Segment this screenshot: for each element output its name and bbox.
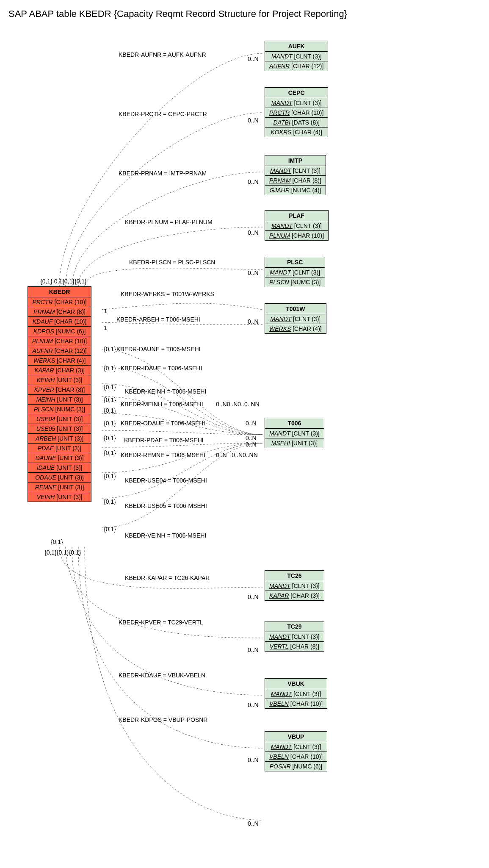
entity-field: PDAE [UNIT (3)] bbox=[28, 444, 91, 453]
dst-cardinality: 0..N bbox=[246, 420, 257, 427]
entity-field: USE04 [UNIT (3)] bbox=[28, 414, 91, 424]
entity-field: PLNUM [CHAR (10)] bbox=[265, 231, 328, 240]
dst-cardinality: 0..N bbox=[248, 117, 259, 124]
rel-label: KBEDR-IDAUE = T006-MSEHI bbox=[121, 365, 202, 372]
entity-cepc: CEPCMANDT [CLNT (3)]PRCTR [CHAR (10)]DAT… bbox=[265, 87, 328, 137]
src-cardinality-cluster: {0,1}{0,1}{0,1} bbox=[44, 549, 81, 556]
rel-label: KBEDR-ODAUE = T006-MSEHI bbox=[121, 420, 205, 427]
entity-field: PRCTR [CHAR (10)] bbox=[265, 108, 328, 118]
entity-field: MANDT [CLNT (3)] bbox=[265, 632, 324, 642]
entity-field: MSEHI [UNIT (3)] bbox=[265, 438, 324, 448]
entity-field: DAUNE [UNIT (3)] bbox=[28, 453, 91, 463]
dst-cardinality: 0..N0..N0..0..NN bbox=[216, 401, 260, 408]
entity-field: KOKRS [CHAR (4)] bbox=[265, 128, 328, 137]
src-cardinality: {0,1} bbox=[104, 473, 116, 480]
er-diagram: KBEDRPRCTR [CHAR (10)]PRNAM [CHAR (8)]KD… bbox=[8, 28, 481, 867]
src-cardinality: 1 bbox=[104, 324, 107, 331]
entity-field: VBELN [CHAR (10)] bbox=[265, 699, 327, 708]
entity-field: VERTL [CHAR (8)] bbox=[265, 642, 324, 651]
rel-label: KBEDR-ARBEH = T006-MSEHI bbox=[116, 316, 200, 323]
dst-cardinality: 0..N bbox=[248, 178, 259, 185]
entity-field: MANDT [CLNT (3)] bbox=[265, 98, 328, 108]
rel-label: KBEDR-PLSCN = PLSC-PLSCN bbox=[129, 259, 215, 266]
entity-header: PLSC bbox=[265, 257, 325, 268]
entity-plaf: PLAFMANDT [CLNT (3)]PLNUM [CHAR (10)] bbox=[265, 210, 329, 241]
entity-field: MANDT [CLNT (3)] bbox=[265, 429, 324, 438]
entity-field: PRNAM [CHAR (8)] bbox=[28, 307, 91, 317]
src-cardinality: 1 bbox=[104, 308, 107, 314]
entity-field: MEINH [UNIT (3)] bbox=[28, 395, 91, 405]
entity-header: T001W bbox=[265, 304, 326, 314]
entity-field: ODAUE [UNIT (3)] bbox=[28, 473, 91, 483]
entity-field: KDAUF [CHAR (10)] bbox=[28, 317, 91, 327]
entity-field: MANDT [CLNT (3)] bbox=[265, 314, 326, 324]
dst-cardinality: 0..N bbox=[246, 441, 257, 448]
dst-cardinality: 0..N bbox=[248, 55, 259, 62]
entity-t006: T006MANDT [CLNT (3)]MSEHI [UNIT (3)] bbox=[265, 418, 324, 448]
rel-label: KBEDR-KEINH = T006-MSEHI bbox=[125, 388, 206, 395]
src-cardinality: {0,1} bbox=[104, 498, 116, 505]
src-cardinality: {0,1} bbox=[104, 420, 116, 427]
entity-header: KBEDR bbox=[28, 287, 91, 297]
entity-header: IMTP bbox=[265, 155, 326, 166]
entity-field: PRNAM [CHAR (8)] bbox=[265, 176, 326, 186]
dst-cardinality: 0..N bbox=[248, 593, 259, 600]
rel-label: KBEDR-PRNAM = IMTP-PRNAM bbox=[119, 170, 207, 177]
entity-header: TC29 bbox=[265, 621, 324, 632]
entity-field: KAPAR [CHAR (3)] bbox=[28, 366, 91, 375]
rel-label: KBEDR-VEINH = T006-MSEHI bbox=[125, 532, 206, 539]
entity-field: MANDT [CLNT (3)] bbox=[265, 268, 325, 277]
rel-label: KBEDR-AUFNR = AUFK-AUFNR bbox=[119, 51, 206, 58]
dst-cardinality: 0..N bbox=[248, 820, 259, 827]
src-cardinality: {0,1} bbox=[104, 526, 116, 532]
src-cardinality: {0,1} bbox=[104, 407, 116, 414]
rel-label: KBEDR-KDAUF = VBUK-VBELN bbox=[119, 672, 205, 679]
entity-header: TC26 bbox=[265, 571, 324, 581]
entity-kbedr: KBEDRPRCTR [CHAR (10)]PRNAM [CHAR (8)]KD… bbox=[28, 286, 91, 502]
page-title: SAP ABAP table KBEDR {Capacity Reqmt Rec… bbox=[8, 8, 481, 19]
entity-plsc: PLSCMANDT [CLNT (3)]PLSCN [NUMC (3)] bbox=[265, 257, 325, 287]
entity-field: DATBI [DATS (8)] bbox=[265, 118, 328, 128]
src-cardinality: {0,1} bbox=[104, 384, 116, 391]
entity-field: MANDT [CLNT (3)] bbox=[265, 581, 324, 591]
rel-label: KBEDR-USE05 = T006-MSEHI bbox=[125, 502, 207, 509]
entity-field: MANDT [CLNT (3)] bbox=[265, 221, 328, 231]
entity-field: GJAHR [NUMC (4)] bbox=[265, 186, 326, 195]
entity-field: PLSCN [NUMC (3)] bbox=[265, 277, 325, 287]
entity-field: MANDT [CLNT (3)] bbox=[265, 52, 328, 61]
rel-label: KBEDR-KPVER = TC29-VERTL bbox=[119, 619, 203, 626]
entity-field: KPVER [CHAR (8)] bbox=[28, 385, 91, 395]
entity-field: KAPAR [CHAR (3)] bbox=[265, 591, 324, 600]
entity-header: AUFK bbox=[265, 41, 328, 52]
dst-cardinality: 0..N 0..N0..NN bbox=[216, 452, 258, 458]
src-cardinality: {0,1} bbox=[51, 538, 63, 545]
src-cardinality: {0,1} bbox=[104, 346, 116, 352]
entity-field: REMNE [UNIT (3)] bbox=[28, 483, 91, 492]
rel-label: KBEDR-KAPAR = TC26-KAPAR bbox=[125, 574, 210, 581]
dst-cardinality: 0..N bbox=[248, 646, 259, 653]
entity-field: MANDT [CLNT (3)] bbox=[265, 689, 327, 699]
entity-header: T006 bbox=[265, 418, 324, 429]
src-cardinality: {0,1} bbox=[104, 449, 116, 456]
dst-cardinality: 0..N bbox=[248, 318, 259, 325]
entity-field: PLNUM [CHAR (10)] bbox=[28, 336, 91, 346]
entity-field: AUFNR [CHAR (12)] bbox=[265, 61, 328, 71]
entity-field: WERKS [CHAR (4)] bbox=[265, 324, 326, 333]
entity-vbuk: VBUKMANDT [CLNT (3)]VBELN [CHAR (10)] bbox=[265, 678, 327, 709]
entity-field: ARBEH [UNIT (3)] bbox=[28, 434, 91, 444]
entity-t001w: T001WMANDT [CLNT (3)]WERKS [CHAR (4)] bbox=[265, 303, 326, 334]
entity-header: VBUP bbox=[265, 732, 327, 742]
entity-field: IDAUE [UNIT (3)] bbox=[28, 463, 91, 473]
entity-vbup: VBUPMANDT [CLNT (3)]VBELN [CHAR (10)]POS… bbox=[265, 731, 327, 771]
entity-field: KDPOS [NUMC (6)] bbox=[28, 327, 91, 336]
rel-label: KBEDR-WERKS = T001W-WERKS bbox=[121, 291, 214, 297]
entity-field: PRCTR [CHAR (10)] bbox=[28, 297, 91, 307]
dst-cardinality: 0..N bbox=[246, 435, 257, 441]
rel-label: KBEDR-PRCTR = CEPC-PRCTR bbox=[119, 111, 207, 117]
entity-field: VEINH [UNIT (3)] bbox=[28, 492, 91, 502]
entity-field: VBELN [CHAR (10)] bbox=[265, 752, 327, 762]
entity-field: MANDT [CLNT (3)] bbox=[265, 742, 327, 752]
entity-field: WERKS [CHAR (4)] bbox=[28, 356, 91, 366]
entity-field: KEINH [UNIT (3)] bbox=[28, 375, 91, 385]
entity-field: USE05 [UNIT (3)] bbox=[28, 424, 91, 434]
